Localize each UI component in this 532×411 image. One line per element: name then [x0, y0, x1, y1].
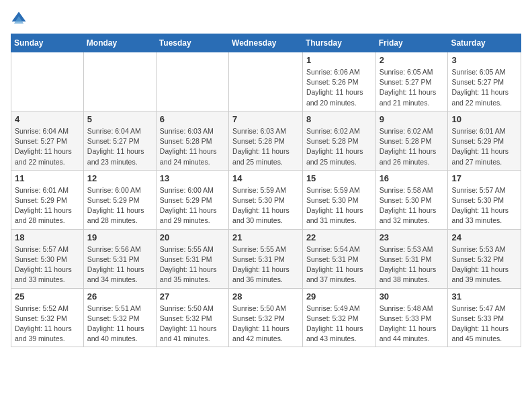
day-cell: 5Sunrise: 6:04 AMSunset: 5:27 PMDaylight…: [83, 111, 156, 170]
calendar-table: SundayMondayTuesdayWednesdayThursdayFrid…: [11, 34, 521, 347]
day-number: 4: [15, 114, 80, 124]
day-info: Sunrise: 5:53 AMSunset: 5:32 PMDaylight:…: [451, 244, 517, 285]
day-cell: [156, 52, 228, 111]
day-info: Sunrise: 5:47 AMSunset: 5:33 PMDaylight:…: [451, 304, 517, 345]
day-number: 27: [160, 291, 225, 302]
day-number: 20: [160, 232, 225, 242]
day-cell: 7Sunrise: 6:03 AMSunset: 5:28 PMDaylight…: [229, 111, 303, 170]
day-number: 23: [380, 232, 445, 242]
week-row-4: 18Sunrise: 5:57 AMSunset: 5:30 PMDayligh…: [11, 229, 521, 288]
day-number: 5: [87, 114, 152, 124]
day-number: 19: [87, 232, 152, 242]
weekday-header-saturday: Saturday: [448, 34, 521, 52]
day-cell: 23Sunrise: 5:53 AMSunset: 5:31 PMDayligh…: [375, 229, 448, 288]
day-info: Sunrise: 5:54 AMSunset: 5:31 PMDaylight:…: [306, 244, 372, 285]
day-number: 14: [232, 173, 299, 183]
weekday-header-monday: Monday: [83, 34, 156, 52]
day-number: 11: [15, 173, 80, 183]
weekday-header-friday: Friday: [375, 34, 448, 52]
day-info: Sunrise: 5:55 AMSunset: 5:31 PMDaylight:…: [160, 244, 225, 285]
day-number: 8: [306, 114, 372, 124]
day-cell: 18Sunrise: 5:57 AMSunset: 5:30 PMDayligh…: [11, 229, 84, 288]
day-info: Sunrise: 5:55 AMSunset: 5:31 PMDaylight:…: [232, 244, 299, 285]
day-cell: 9Sunrise: 6:02 AMSunset: 5:28 PMDaylight…: [375, 111, 448, 170]
day-info: Sunrise: 6:00 AMSunset: 5:29 PMDaylight:…: [160, 185, 225, 226]
day-info: Sunrise: 6:03 AMSunset: 5:28 PMDaylight:…: [232, 126, 299, 167]
day-cell: 28Sunrise: 5:50 AMSunset: 5:32 PMDayligh…: [229, 288, 303, 347]
day-number: 29: [306, 291, 372, 302]
day-number: 17: [451, 173, 517, 183]
day-info: Sunrise: 5:48 AMSunset: 5:33 PMDaylight:…: [380, 304, 445, 345]
day-number: 10: [451, 114, 517, 124]
day-info: Sunrise: 6:02 AMSunset: 5:28 PMDaylight:…: [380, 126, 445, 167]
day-cell: [11, 52, 84, 111]
day-number: 15: [306, 173, 372, 183]
day-cell: 27Sunrise: 5:50 AMSunset: 5:32 PMDayligh…: [156, 288, 228, 347]
day-number: 7: [232, 114, 299, 124]
day-info: Sunrise: 5:50 AMSunset: 5:32 PMDaylight:…: [160, 304, 225, 345]
day-info: Sunrise: 6:04 AMSunset: 5:27 PMDaylight:…: [87, 126, 152, 167]
day-cell: 22Sunrise: 5:54 AMSunset: 5:31 PMDayligh…: [302, 229, 375, 288]
day-info: Sunrise: 5:59 AMSunset: 5:30 PMDaylight:…: [306, 185, 372, 226]
day-cell: 6Sunrise: 6:03 AMSunset: 5:28 PMDaylight…: [156, 111, 228, 170]
day-cell: 13Sunrise: 6:00 AMSunset: 5:29 PMDayligh…: [156, 170, 228, 229]
day-info: Sunrise: 5:56 AMSunset: 5:31 PMDaylight:…: [87, 244, 152, 285]
day-info: Sunrise: 6:02 AMSunset: 5:28 PMDaylight:…: [306, 126, 372, 167]
day-number: 18: [15, 232, 80, 242]
day-cell: 17Sunrise: 5:57 AMSunset: 5:30 PMDayligh…: [448, 170, 521, 229]
day-info: Sunrise: 6:04 AMSunset: 5:27 PMDaylight:…: [15, 126, 80, 167]
day-cell: 30Sunrise: 5:48 AMSunset: 5:33 PMDayligh…: [375, 288, 448, 347]
day-number: 3: [451, 55, 517, 65]
page-header: [11, 11, 521, 27]
day-cell: 10Sunrise: 6:01 AMSunset: 5:29 PMDayligh…: [448, 111, 521, 170]
day-cell: 19Sunrise: 5:56 AMSunset: 5:31 PMDayligh…: [83, 229, 156, 288]
day-cell: 1Sunrise: 6:06 AMSunset: 5:26 PMDaylight…: [302, 52, 375, 111]
week-row-5: 25Sunrise: 5:52 AMSunset: 5:32 PMDayligh…: [11, 288, 521, 347]
day-info: Sunrise: 5:59 AMSunset: 5:30 PMDaylight:…: [232, 185, 299, 226]
day-info: Sunrise: 5:52 AMSunset: 5:32 PMDaylight:…: [15, 304, 80, 345]
day-cell: 4Sunrise: 6:04 AMSunset: 5:27 PMDaylight…: [11, 111, 84, 170]
day-cell: 29Sunrise: 5:49 AMSunset: 5:32 PMDayligh…: [302, 288, 375, 347]
day-cell: 2Sunrise: 6:05 AMSunset: 5:27 PMDaylight…: [375, 52, 448, 111]
day-info: Sunrise: 5:57 AMSunset: 5:30 PMDaylight:…: [451, 185, 517, 226]
day-info: Sunrise: 5:58 AMSunset: 5:30 PMDaylight:…: [380, 185, 445, 226]
day-info: Sunrise: 6:00 AMSunset: 5:29 PMDaylight:…: [87, 185, 152, 226]
day-number: 31: [451, 291, 517, 302]
week-row-1: 1Sunrise: 6:06 AMSunset: 5:26 PMDaylight…: [11, 52, 521, 111]
day-info: Sunrise: 5:49 AMSunset: 5:32 PMDaylight:…: [306, 304, 372, 345]
day-cell: 14Sunrise: 5:59 AMSunset: 5:30 PMDayligh…: [229, 170, 303, 229]
day-cell: 8Sunrise: 6:02 AMSunset: 5:28 PMDaylight…: [302, 111, 375, 170]
day-number: 1: [306, 55, 372, 65]
day-number: 9: [380, 114, 445, 124]
day-info: Sunrise: 5:53 AMSunset: 5:31 PMDaylight:…: [380, 244, 445, 285]
day-number: 6: [160, 114, 225, 124]
logo-icon: [11, 11, 27, 27]
weekday-header-wednesday: Wednesday: [229, 34, 303, 52]
day-number: 26: [87, 291, 152, 302]
day-info: Sunrise: 6:05 AMSunset: 5:27 PMDaylight:…: [380, 67, 445, 108]
day-number: 2: [380, 55, 445, 65]
day-cell: 3Sunrise: 6:05 AMSunset: 5:27 PMDaylight…: [448, 52, 521, 111]
day-cell: [229, 52, 303, 111]
day-number: 12: [87, 173, 152, 183]
day-number: 24: [451, 232, 517, 242]
day-number: 13: [160, 173, 225, 183]
day-number: 28: [232, 291, 299, 302]
day-info: Sunrise: 5:50 AMSunset: 5:32 PMDaylight:…: [232, 304, 299, 345]
weekday-header-tuesday: Tuesday: [156, 34, 228, 52]
day-info: Sunrise: 5:51 AMSunset: 5:32 PMDaylight:…: [87, 304, 152, 345]
weekday-header-sunday: Sunday: [11, 34, 84, 52]
day-cell: 31Sunrise: 5:47 AMSunset: 5:33 PMDayligh…: [448, 288, 521, 347]
day-cell: [83, 52, 156, 111]
day-cell: 15Sunrise: 5:59 AMSunset: 5:30 PMDayligh…: [302, 170, 375, 229]
day-cell: 20Sunrise: 5:55 AMSunset: 5:31 PMDayligh…: [156, 229, 228, 288]
week-row-2: 4Sunrise: 6:04 AMSunset: 5:27 PMDaylight…: [11, 111, 521, 170]
day-info: Sunrise: 6:01 AMSunset: 5:29 PMDaylight:…: [15, 185, 80, 226]
day-info: Sunrise: 6:03 AMSunset: 5:28 PMDaylight:…: [160, 126, 225, 167]
day-info: Sunrise: 6:01 AMSunset: 5:29 PMDaylight:…: [451, 126, 517, 167]
day-number: 16: [380, 173, 445, 183]
week-row-3: 11Sunrise: 6:01 AMSunset: 5:29 PMDayligh…: [11, 170, 521, 229]
day-cell: 11Sunrise: 6:01 AMSunset: 5:29 PMDayligh…: [11, 170, 84, 229]
day-number: 21: [232, 232, 299, 242]
day-number: 25: [15, 291, 80, 302]
